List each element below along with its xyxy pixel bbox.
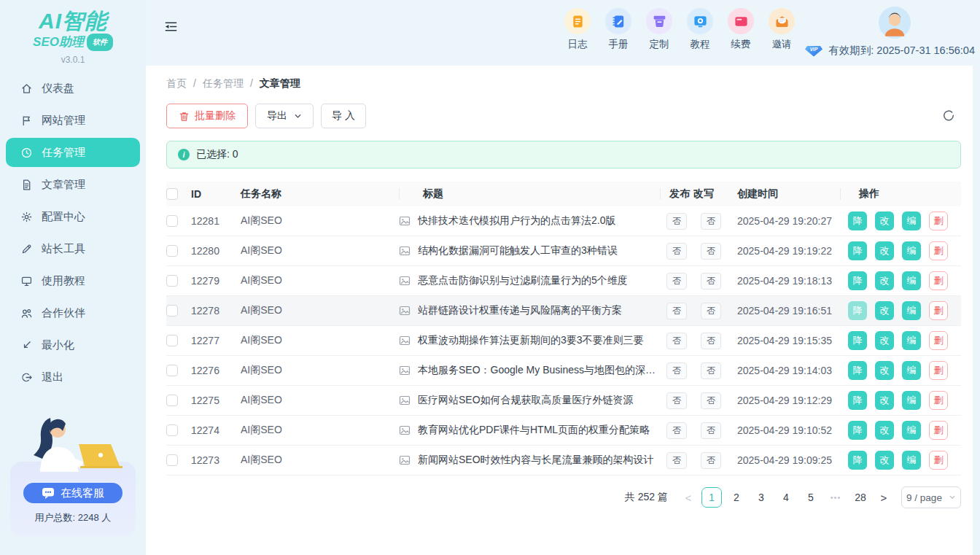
pagination-page-2[interactable]: 2 (726, 487, 747, 508)
sidebar-item-websites[interactable]: 网站管理 (6, 106, 140, 135)
export-button[interactable]: 导出 (255, 104, 314, 128)
row-action-edit-button[interactable]: 编 (902, 451, 921, 470)
article-title-text: 结构化数据漏洞可能触发人工审查的3种错误 (418, 244, 618, 257)
refresh-icon[interactable] (942, 109, 955, 123)
batch-delete-button[interactable]: 批量删除 (166, 104, 248, 128)
sidebar-item-label: 最小化 (42, 338, 74, 352)
cell-task-name: AI阁SEO (241, 214, 399, 228)
pagination-page-1[interactable]: 1 (701, 487, 722, 508)
sidebar-item-partners[interactable]: 合作伙伴 (6, 298, 140, 327)
row-action-demote-button[interactable]: 降 (848, 211, 867, 230)
quick-icon-invite[interactable]: 邀请 (766, 8, 798, 51)
sidebar-item-minimize[interactable]: 最小化 (6, 330, 140, 360)
breadcrumb-home[interactable]: 首页 (166, 77, 187, 90)
row-action-demote-button[interactable]: 降 (848, 451, 867, 470)
quick-icon-renew[interactable]: 续费 (725, 8, 757, 51)
sidebar-item-label: 站长工具 (42, 242, 85, 256)
import-button[interactable]: 导 入 (321, 104, 366, 128)
cell-actions: 降改编删 (840, 331, 961, 350)
row-action-rewrite-button[interactable]: 改 (875, 211, 894, 230)
row-action-demote-button[interactable]: 降 (848, 301, 867, 320)
clock-icon (20, 147, 33, 159)
pagination-ellipsis[interactable]: ••• (825, 487, 846, 508)
row-action-edit-button[interactable]: 编 (902, 301, 921, 320)
online-service-button[interactable]: 在线客服 (21, 481, 125, 505)
row-action-edit-button[interactable]: 编 (902, 211, 921, 230)
row-checkbox[interactable] (166, 275, 178, 287)
support-agent-illustration (16, 414, 125, 472)
rewrite-status-badge: 否 (701, 362, 721, 379)
cell-publish: 否 (660, 243, 693, 260)
row-action-rewrite-button[interactable]: 改 (875, 301, 894, 320)
breadcrumb-task-management[interactable]: 任务管理 (203, 77, 244, 90)
row-action-rewrite-button[interactable]: 改 (875, 331, 894, 350)
row-action-edit-button[interactable]: 编 (902, 271, 921, 290)
picture-icon (399, 305, 411, 317)
row-action-delete-button[interactable]: 删 (929, 361, 948, 380)
page-size-select[interactable]: 9 / page (901, 486, 961, 508)
row-checkbox[interactable] (166, 365, 178, 376)
row-action-rewrite-button[interactable]: 改 (875, 241, 894, 260)
row-action-delete-button[interactable]: 删 (929, 421, 948, 440)
sidebar-collapse-icon[interactable] (164, 20, 178, 36)
row-action-demote-button[interactable]: 降 (848, 241, 867, 260)
article-title-text: 教育网站优化PDF课件与HTML页面的权重分配策略 (418, 424, 650, 437)
pagination-page-4[interactable]: 4 (776, 487, 796, 508)
sidebar-item-tasks[interactable]: 任务管理 (6, 138, 140, 167)
cell-actions: 降改编删 (840, 361, 961, 380)
row-action-demote-button[interactable]: 降 (848, 421, 867, 440)
quick-icon-custom[interactable]: 定制 (643, 8, 675, 51)
row-action-demote-button[interactable]: 降 (848, 331, 867, 350)
row-action-delete-button[interactable]: 删 (929, 391, 948, 410)
row-action-rewrite-button[interactable]: 改 (875, 391, 894, 410)
select-all-checkbox[interactable] (166, 188, 178, 200)
sidebar-item-webmaster-tools[interactable]: 站长工具 (6, 234, 140, 263)
cell-select (166, 215, 191, 227)
row-action-rewrite-button[interactable]: 改 (875, 421, 894, 440)
row-action-edit-button[interactable]: 编 (902, 391, 921, 410)
row-checkbox[interactable] (166, 454, 178, 466)
sidebar-item-tutorials[interactable]: 使用教程 (6, 266, 140, 295)
sidebar-item-logout[interactable]: 退出 (6, 362, 140, 392)
row-action-rewrite-button[interactable]: 改 (875, 361, 894, 380)
sidebar-item-dashboard[interactable]: 仪表盘 (6, 74, 140, 103)
cell-id: 12277 (191, 335, 241, 346)
quick-icon-manual[interactable]: 手册 (602, 8, 634, 51)
picture-icon (399, 395, 411, 406)
row-action-demote-button[interactable]: 降 (848, 271, 867, 290)
pagination-page-5[interactable]: 5 (801, 487, 821, 508)
sidebar-item-config[interactable]: 配置中心 (6, 202, 140, 231)
row-checkbox[interactable] (166, 335, 178, 346)
row-action-delete-button[interactable]: 删 (929, 451, 948, 470)
row-checkbox[interactable] (166, 424, 178, 436)
pagination-page-3[interactable]: 3 (751, 487, 771, 508)
pagination-page-28[interactable]: 28 (850, 487, 871, 508)
cell-select (166, 245, 191, 257)
quick-icon-logs[interactable]: 日志 (561, 8, 594, 51)
row-action-delete-button[interactable]: 删 (929, 271, 948, 290)
row-action-demote-button[interactable]: 降 (848, 391, 867, 410)
row-action-rewrite-button[interactable]: 改 (875, 451, 894, 470)
quick-icon-tutorial[interactable]: 教程 (684, 8, 716, 51)
row-checkbox[interactable] (166, 305, 178, 317)
cell-id: 12281 (191, 215, 241, 227)
publish-status-badge: 否 (666, 243, 687, 260)
row-action-delete-button[interactable]: 删 (929, 241, 948, 260)
row-action-delete-button[interactable]: 删 (929, 331, 948, 350)
row-action-edit-button[interactable]: 编 (902, 331, 921, 350)
row-action-edit-button[interactable]: 编 (902, 421, 921, 440)
row-action-edit-button[interactable]: 编 (902, 241, 921, 260)
article-title-text: 新闻网站SEO时效性内容与长尾流量兼顾的架构设计 (418, 454, 654, 467)
pagination-next-icon[interactable]: > (875, 487, 892, 508)
row-action-rewrite-button[interactable]: 改 (875, 271, 894, 290)
row-action-edit-button[interactable]: 编 (902, 361, 921, 380)
row-action-delete-button[interactable]: 删 (929, 301, 948, 320)
row-checkbox[interactable] (166, 395, 178, 406)
row-checkbox[interactable] (166, 245, 178, 257)
row-action-delete-button[interactable]: 删 (929, 211, 948, 230)
row-checkbox[interactable] (166, 215, 178, 227)
row-action-demote-button[interactable]: 降 (848, 361, 867, 380)
pagination-prev-icon[interactable]: < (680, 487, 697, 508)
avatar[interactable] (879, 7, 911, 39)
sidebar-item-articles[interactable]: 文章管理 (6, 170, 140, 199)
